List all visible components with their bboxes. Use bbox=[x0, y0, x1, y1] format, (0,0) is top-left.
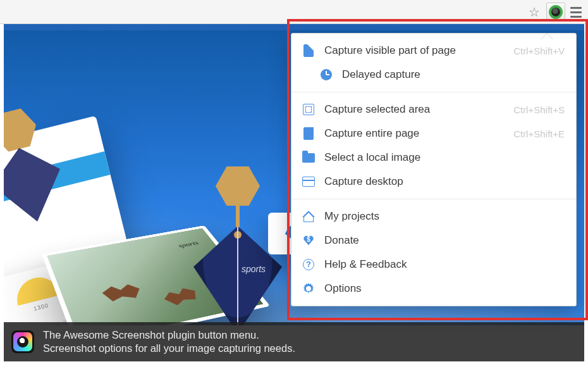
browser-toolbar: ☆ bbox=[0, 0, 588, 24]
selection-icon bbox=[302, 103, 315, 116]
menu-item-label: Options bbox=[324, 282, 565, 295]
menu-item-capture-desktop[interactable]: Capture desktop bbox=[291, 170, 576, 194]
menu-item-label: Select a local image bbox=[324, 151, 565, 164]
stage: ☆ 1300 sports bbox=[0, 0, 588, 369]
camera-lens-icon bbox=[550, 6, 561, 18]
menu-section-capture-other: Capture selected area Ctrl+Shift+S Captu… bbox=[291, 92, 576, 199]
menu-item-label: Capture entire page bbox=[324, 127, 505, 140]
toolbar-right-group: ☆ bbox=[526, 3, 584, 22]
shortcut-label: Ctrl+Shift+S bbox=[513, 104, 565, 115]
avatar-body-label: sports bbox=[242, 264, 266, 274]
menu-item-label: Capture visible part of page bbox=[324, 44, 505, 57]
caption-line-1: The Awesome Screenshot plugin button men… bbox=[43, 328, 295, 342]
caption-bar: The Awesome Screenshot plugin button men… bbox=[4, 322, 584, 361]
awesome-screenshot-logo-icon bbox=[11, 330, 34, 353]
menu-item-capture-visible[interactable]: Capture visible part of page Ctrl+Shift+… bbox=[291, 39, 576, 63]
menu-item-help-feedback[interactable]: ? Help & Feedback bbox=[291, 253, 576, 277]
avatar-head-icon bbox=[216, 166, 260, 206]
menu-item-select-local-image[interactable]: Select a local image bbox=[291, 146, 576, 170]
skydiver-icon bbox=[99, 282, 145, 304]
menu-item-delayed-capture[interactable]: Delayed capture bbox=[291, 63, 576, 87]
bookmark-star-icon[interactable]: ☆ bbox=[526, 4, 542, 20]
gear-icon bbox=[302, 282, 315, 296]
menu-item-capture-entire[interactable]: Capture entire page Ctrl+Shift+E bbox=[291, 122, 576, 146]
shortcut-label: Ctrl+Shift+E bbox=[513, 128, 565, 139]
caption-text: The Awesome Screenshot plugin button men… bbox=[43, 328, 295, 354]
menu-item-label: My projects bbox=[324, 210, 565, 223]
menu-item-label: Delayed capture bbox=[342, 68, 565, 81]
chrome-menu-icon[interactable] bbox=[569, 4, 584, 20]
clock-icon bbox=[319, 68, 333, 82]
extension-dropdown-menu: Capture visible part of page Ctrl+Shift+… bbox=[291, 33, 577, 306]
home-icon bbox=[302, 210, 315, 223]
folder-icon bbox=[302, 151, 315, 165]
menu-item-label: Donate bbox=[324, 234, 565, 247]
menu-section-capture-page: Capture visible part of page Ctrl+Shift+… bbox=[291, 34, 576, 92]
shortcut-label: Ctrl+Shift+V bbox=[513, 46, 565, 56]
menu-section-misc: My projects Donate ? Help & Feedback Opt… bbox=[291, 199, 576, 306]
menu-item-capture-selected[interactable]: Capture selected area Ctrl+Shift+S bbox=[291, 97, 576, 122]
menu-item-label: Capture desktop bbox=[324, 175, 565, 188]
caption-line-2: Screenshot options for all your image ca… bbox=[43, 342, 295, 355]
menu-item-donate[interactable]: Donate bbox=[291, 228, 576, 253]
desktop-window-icon bbox=[302, 175, 315, 189]
menu-item-options[interactable]: Options bbox=[291, 277, 576, 301]
page-icon bbox=[302, 44, 315, 58]
page-icon bbox=[302, 127, 315, 141]
awesome-screenshot-extension-button[interactable] bbox=[546, 3, 565, 22]
menu-item-my-projects[interactable]: My projects bbox=[291, 204, 576, 228]
menu-item-label: Help & Feedback bbox=[324, 258, 565, 271]
help-icon: ? bbox=[302, 258, 315, 272]
donate-heart-icon bbox=[302, 234, 315, 247]
menu-item-label: Capture selected area bbox=[324, 103, 505, 116]
